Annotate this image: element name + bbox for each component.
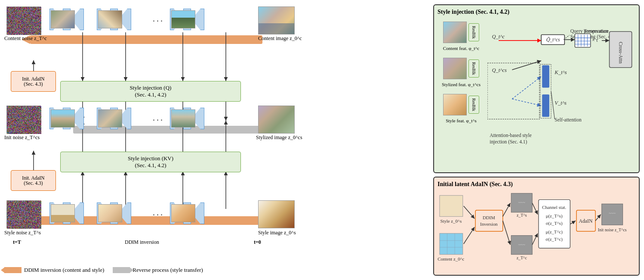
green-box-bottom: Style injection (KV) (Sec. 4.1, 4.2) — [60, 152, 241, 172]
resblk-content: ResBIk — [468, 23, 479, 41]
svg-text:μ(z_T^s): μ(z_T^s) — [546, 213, 563, 219]
svg-text:V_t^s: V_t^s — [555, 100, 567, 106]
right-panel-svg: Q_t^c Q_t^cs Q̃_t^cs K_t^s — [487, 18, 635, 166]
svg-line-98 — [532, 233, 538, 245]
dots-row1: ... — [153, 14, 164, 24]
real-img-r2p3 — [171, 109, 195, 128]
stylized-image-final — [258, 106, 295, 134]
ddim-label: DDIM inversion — [125, 239, 159, 246]
style-injection-panel: Style injection (Sec. 4.1, 4.2) ResBIk C… — [433, 4, 640, 173]
svg-line-105 — [595, 215, 601, 221]
style-feat-label: Style feat. φ_t^s — [446, 118, 477, 123]
svg-line-89 — [503, 203, 511, 216]
stylized-feat-label: Stylized feat. φ_t^cs — [442, 82, 481, 87]
svg-text:σ(z_T^s): σ(z_T^s) — [546, 221, 563, 226]
style-injection-title: Style injection (Sec. 4.1, 4.2) — [438, 9, 635, 16]
content-noise-label: Content noise z_T^c — [4, 35, 47, 42]
svg-text:injection (Sec. 4.1): injection (Sec. 4.1) — [490, 139, 527, 145]
legend-orange-label: DDIM inversion (content and style) — [24, 267, 104, 274]
svg-text:Init noise z_T^cs: Init noise z_T^cs — [598, 227, 627, 232]
svg-rect-72 — [440, 233, 463, 255]
content-noise-image — [6, 6, 41, 34]
svg-text:σ(z_T^c): σ(z_T^c) — [545, 236, 563, 242]
svg-rect-51 — [575, 34, 590, 47]
svg-text:~~~: ~~~ — [518, 242, 525, 247]
svg-line-101 — [570, 221, 576, 224]
init-adain-top: Init. AdaIN (Sec. 4.3) — [11, 71, 56, 92]
dots-row3: ... — [153, 208, 164, 218]
svg-rect-39 — [542, 65, 549, 87]
svg-text:Content z_0^c: Content z_0^c — [438, 256, 464, 261]
legend-orange: DDIM inversion (content and style) — [4, 267, 104, 274]
svg-text:Q̃_t^cs: Q̃_t^cs — [546, 37, 560, 42]
svg-text:Attention-based style: Attention-based style — [490, 133, 532, 138]
content-feat-thumb — [443, 22, 467, 43]
svg-text:~~~: ~~~ — [609, 211, 616, 215]
style-image-final — [258, 200, 295, 228]
style-feat-thumb — [443, 94, 467, 115]
init-noise-image — [6, 106, 41, 134]
svg-line-43 — [512, 77, 541, 99]
legend-gray: Reverse process (style transfer) — [113, 267, 203, 274]
main-container: Content noise z_T^c ... — [0, 0, 644, 280]
t-left-label: t=T — [13, 239, 21, 246]
svg-line-44 — [512, 99, 541, 106]
content-image-label: Content image z_0^c — [258, 35, 302, 42]
legend-orange-arrow — [4, 267, 22, 273]
svg-text:Cross-Attn: Cross-Attn — [618, 42, 623, 64]
real-img-r3p2 — [98, 204, 122, 222]
svg-text:Style z_0^s: Style z_0^s — [441, 218, 462, 224]
svg-rect-70 — [440, 196, 463, 217]
init-noise-label: Init noise z_T^cs — [4, 134, 40, 141]
svg-line-36 — [512, 61, 541, 70]
t-right-label: t=0 — [254, 239, 261, 246]
resblk-stylized: ResBIk — [468, 59, 479, 78]
green-box-top: Style injection (Q) (Sec. 4.1, 4.2) — [60, 81, 241, 102]
style-noise-image — [6, 200, 41, 228]
svg-text:z_T^c: z_T^c — [517, 255, 527, 260]
svg-text:AdaIN: AdaIN — [579, 218, 593, 224]
legend-gray-label: Reverse process (style transfer) — [132, 267, 203, 274]
init-adain-middle: Init. AdaIN (Sec. 4.3) — [11, 170, 56, 191]
svg-text:K_t^s: K_t^s — [554, 69, 567, 75]
svg-text:Q_t^c: Q_t^c — [492, 34, 505, 40]
svg-line-65 — [551, 91, 555, 119]
resblk-style: ResBIk — [468, 96, 479, 114]
svg-text:z_T^s: z_T^s — [517, 213, 527, 218]
svg-text:× τ: × τ — [592, 37, 598, 43]
svg-text:Self-attention: Self-attention — [555, 117, 582, 122]
content-feat-label: Content feat. φ_t^c — [443, 46, 480, 51]
svg-text:Channel stat.: Channel stat. — [542, 205, 566, 210]
svg-line-90 — [503, 221, 511, 245]
svg-text:Temperature: Temperature — [584, 28, 609, 34]
svg-rect-6 — [30, 35, 262, 44]
right-panel: Style injection (Sec. 4.1, 4.2) ResBIk C… — [433, 4, 640, 276]
svg-rect-78 — [475, 210, 503, 231]
svg-text:Q_t^cs: Q_t^cs — [492, 67, 507, 73]
svg-line-81 — [464, 206, 475, 218]
legend: DDIM inversion (content and style) Rever… — [4, 267, 203, 274]
legend-gray-arrow — [113, 267, 130, 273]
real-img-r3p3 — [171, 204, 195, 222]
svg-text:~~~: ~~~ — [518, 200, 525, 205]
svg-text:DDIM: DDIM — [483, 215, 495, 220]
left-panel: Content noise z_T^c ... — [4, 4, 429, 276]
svg-text:Inversion: Inversion — [480, 221, 498, 227]
real-img-r3p1 — [51, 204, 75, 222]
adain-svg: Style z_0^s Content z_0^c DDIM Inversion — [438, 190, 635, 268]
svg-line-82 — [464, 227, 475, 244]
stylized-feat-thumb — [443, 58, 467, 79]
content-image-final — [258, 6, 295, 34]
svg-text:μ(z_T^c): μ(z_T^c) — [545, 229, 563, 235]
svg-rect-41 — [542, 94, 549, 117]
style-noise-label: Style noise z_T^s — [4, 230, 41, 236]
real-img-r2p2 — [98, 109, 122, 128]
dots-row2: ... — [153, 113, 164, 123]
stylized-image-label: Stylized image z_0^cs — [256, 134, 302, 141]
adain-panel: Initial latent AdaIN (Sec. 4.3) Style z_… — [433, 177, 640, 276]
adain-title: Initial latent AdaIN (Sec. 4.3) — [438, 181, 635, 188]
real-img-r2p1 — [51, 109, 75, 128]
real-img-r1p3 — [171, 10, 195, 28]
real-img-r1p2 — [98, 10, 122, 28]
style-image-label: Style image z_0^s — [258, 230, 296, 236]
